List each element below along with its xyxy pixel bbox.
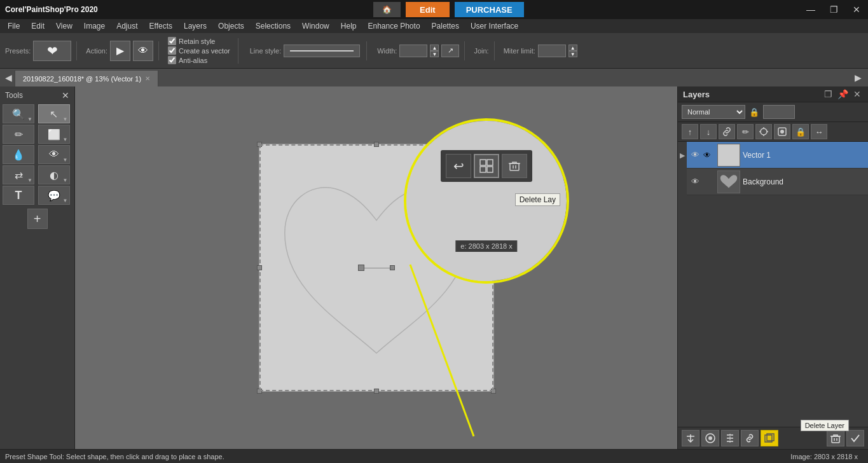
tool-pencil[interactable]: ✏ bbox=[3, 125, 34, 144]
menu-item-view[interactable]: View bbox=[51, 20, 78, 32]
layers-bottom-merge-btn[interactable] bbox=[721, 430, 739, 446]
tool-shape[interactable]: 💬▼ bbox=[38, 186, 70, 205]
tool-zoom[interactable]: 🔍▼ bbox=[3, 104, 34, 123]
width-up[interactable]: ▲ bbox=[430, 45, 439, 51]
miter-down[interactable]: ▼ bbox=[568, 51, 577, 57]
action-btn1[interactable]: ▶ bbox=[110, 41, 130, 61]
action-btn2[interactable]: 👁 bbox=[133, 41, 153, 61]
tool-transform[interactable]: ⇄▼ bbox=[3, 165, 34, 184]
zoom-btn-back[interactable]: ↩ bbox=[446, 154, 471, 178]
retain-style-text: Retain style bbox=[179, 38, 215, 45]
tool-text[interactable]: T bbox=[3, 186, 34, 205]
retain-style-checkbox[interactable] bbox=[168, 37, 176, 45]
layer-vis2-vector1[interactable]: 👁 bbox=[703, 151, 715, 160]
new-layer-button[interactable] bbox=[761, 430, 778, 446]
menu-item-layers[interactable]: Layers bbox=[179, 20, 212, 32]
handle-tl[interactable] bbox=[257, 142, 262, 147]
handle-ml[interactable] bbox=[257, 265, 262, 270]
layer-up-btn[interactable]: ↑ bbox=[682, 124, 698, 139]
center-right-handle[interactable] bbox=[390, 265, 395, 270]
menu-item-file[interactable]: File bbox=[3, 20, 25, 32]
handle-tc[interactable] bbox=[374, 142, 379, 147]
purchase-button[interactable]: PURCHASE bbox=[455, 2, 524, 17]
zoom-btn-delete[interactable] bbox=[502, 154, 527, 178]
create-vector-checkbox[interactable] bbox=[168, 46, 176, 55]
zoom-toolbar: ↩ bbox=[441, 150, 532, 182]
miter-up[interactable]: ▲ bbox=[568, 45, 577, 51]
tab-nav-left[interactable]: ◀ bbox=[3, 73, 15, 83]
tab-document[interactable]: 20190822_160018* @ 13% (Vector 1) ✕ bbox=[15, 70, 158, 86]
layer-down-btn[interactable]: ↓ bbox=[700, 124, 717, 139]
restore-button[interactable]: ❐ bbox=[822, 0, 845, 19]
tools-close-button[interactable]: ✕ bbox=[62, 90, 69, 100]
layer-vis-bg[interactable]: 👁 bbox=[689, 177, 701, 186]
width-input[interactable]: 1.00 bbox=[399, 45, 427, 57]
menu-item-objects[interactable]: Objects bbox=[213, 20, 249, 32]
canvas-area[interactable]: ↩ bbox=[75, 86, 677, 449]
layer-effects-btn[interactable] bbox=[755, 124, 772, 139]
layers-header-buttons: ❐ 📌 ✕ bbox=[822, 89, 863, 99]
line-style-selector[interactable] bbox=[284, 45, 360, 57]
join-icon[interactable]: ↗ bbox=[441, 45, 459, 57]
layer-item-vector1-row: ▶ 👁 👁 Vector 1 bbox=[678, 142, 868, 169]
checkboxes-group: Retain style Create as vector Anti-alias bbox=[168, 37, 244, 64]
menu-item-user interface[interactable]: User Interface bbox=[465, 20, 523, 32]
layers-close-btn[interactable]: ✕ bbox=[851, 89, 863, 99]
menu-item-effects[interactable]: Effects bbox=[144, 20, 177, 32]
edit-button[interactable]: Edit bbox=[406, 2, 450, 17]
home-button[interactable]: 🏠 bbox=[373, 2, 401, 17]
menu-item-palettes[interactable]: Palettes bbox=[427, 20, 464, 32]
tab-close-btn[interactable]: ✕ bbox=[145, 75, 150, 82]
miter-input[interactable]: 15 bbox=[538, 45, 566, 57]
layers-bottom-arrow-btn[interactable] bbox=[682, 430, 699, 446]
handle-br[interactable] bbox=[491, 389, 496, 394]
layers-bottom-link-btn[interactable] bbox=[741, 430, 759, 446]
layer-edit-btn[interactable]: ✏ bbox=[737, 124, 754, 139]
layers-restore-btn[interactable]: ❐ bbox=[822, 89, 834, 99]
layers-pin-btn[interactable]: 📌 bbox=[836, 89, 850, 99]
layer-link-btn[interactable] bbox=[719, 124, 735, 139]
menu-item-window[interactable]: Window bbox=[297, 20, 334, 32]
miter-group: Miter limit: 15 ▲ ▼ bbox=[504, 45, 577, 57]
layer-lock2-btn[interactable]: 🔒 bbox=[792, 124, 809, 139]
layer-name-bg: Background bbox=[743, 177, 865, 186]
retain-style-label: Retain style bbox=[168, 37, 230, 45]
anti-alias-checkbox[interactable] bbox=[168, 56, 176, 64]
layers-bottom-paint-btn[interactable] bbox=[701, 430, 719, 446]
close-button[interactable]: ✕ bbox=[845, 0, 868, 19]
width-down[interactable]: ▼ bbox=[430, 51, 439, 57]
menu-item-image[interactable]: Image bbox=[79, 20, 110, 32]
blend-mode-select[interactable]: Normal bbox=[682, 105, 745, 119]
add-tool-button[interactable]: + bbox=[27, 209, 48, 229]
layer-item-vector1[interactable]: 👁 👁 Vector 1 bbox=[687, 142, 868, 169]
tool-dropper[interactable]: 💧 bbox=[3, 145, 34, 164]
menu-item-adjust[interactable]: Adjust bbox=[111, 20, 142, 32]
tool-eye[interactable]: 👁▼ bbox=[38, 145, 70, 164]
apply-button[interactable] bbox=[846, 430, 864, 446]
layer-vis-vector1[interactable]: 👁 bbox=[689, 150, 701, 160]
menu-item-enhance photo[interactable]: Enhance Photo bbox=[362, 20, 425, 32]
zoom-btn-grid[interactable] bbox=[474, 154, 499, 178]
menu-item-help[interactable]: Help bbox=[336, 20, 362, 32]
handle-bc[interactable] bbox=[374, 389, 379, 394]
preset-selector[interactable]: ❤ bbox=[33, 41, 71, 61]
center-dot[interactable] bbox=[358, 265, 364, 271]
handle-bl[interactable] bbox=[257, 389, 262, 394]
layer-item-bg[interactable]: 👁 Background bbox=[687, 169, 868, 195]
image-info: Image: 2803 x 2818 x bbox=[790, 453, 863, 460]
tool-selection[interactable]: ⬜▼ bbox=[38, 125, 70, 144]
tab-nav-right[interactable]: ▶ bbox=[851, 73, 865, 83]
zoom-status: e: 2803 x 2818 x bbox=[455, 240, 517, 252]
opacity-input[interactable]: 100 bbox=[763, 105, 795, 119]
tool-arrow[interactable]: ↖▼ bbox=[38, 104, 70, 123]
tab-label: 20190822_160018* @ 13% (Vector 1) bbox=[23, 75, 141, 83]
arrow-layers-icon bbox=[685, 432, 696, 444]
tool-warp[interactable]: ◐▼ bbox=[38, 165, 70, 184]
minimize-button[interactable]: — bbox=[799, 0, 822, 19]
delete-layer-button[interactable] bbox=[827, 430, 844, 446]
layer-mask-btn[interactable] bbox=[774, 124, 790, 139]
layer-expand-arrow[interactable]: ▶ bbox=[678, 142, 687, 169]
layer-resize-btn[interactable]: ↔ bbox=[811, 124, 827, 139]
menu-item-edit[interactable]: Edit bbox=[26, 20, 50, 32]
menu-item-selections[interactable]: Selections bbox=[251, 20, 296, 32]
